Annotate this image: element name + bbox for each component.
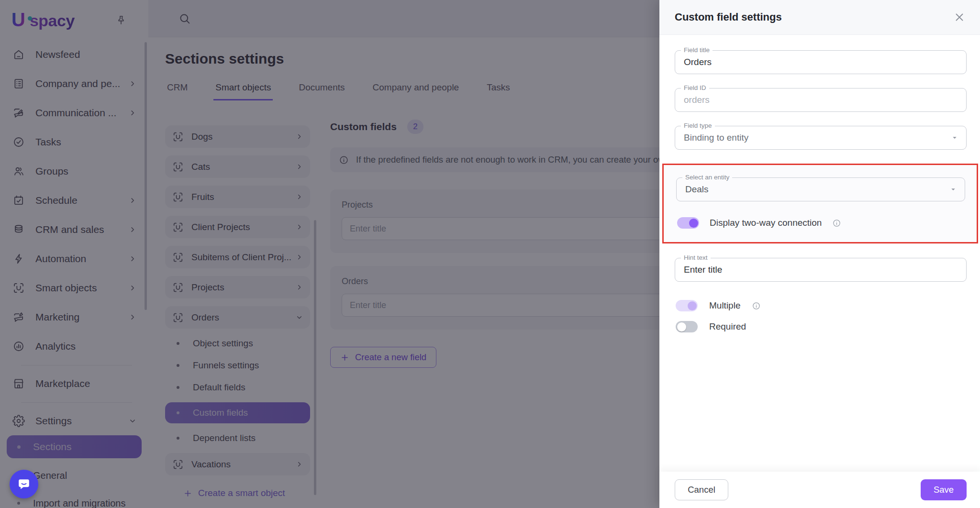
panel-title: Custom field settings — [675, 11, 782, 23]
caret-down-icon — [950, 133, 959, 143]
two-way-connection-label: Display two-way connection — [710, 218, 822, 228]
select-entity-select[interactable]: Select an entity — [676, 177, 965, 201]
required-label: Required — [709, 321, 746, 332]
panel-header: Custom field settings — [659, 0, 980, 35]
cancel-button[interactable]: Cancel — [675, 479, 728, 500]
panel-body: Field title Field ID Field type Select a… — [659, 35, 980, 472]
multiple-label: Multiple — [709, 300, 740, 311]
info-icon — [752, 301, 761, 310]
select-entity-label: Select an entity — [682, 174, 732, 181]
field-type-select[interactable]: Field type — [675, 126, 967, 150]
multiple-toggle[interactable] — [676, 300, 698, 311]
hint-text-group: Hint text — [675, 258, 967, 282]
close-icon[interactable] — [951, 9, 968, 25]
panel-footer: Cancel Save — [659, 472, 980, 508]
field-id-input[interactable] — [675, 88, 966, 111]
field-title-label: Field title — [681, 46, 713, 54]
two-way-connection-toggle[interactable] — [677, 217, 699, 229]
field-id-group: Field ID — [675, 88, 967, 112]
required-toggle[interactable] — [676, 321, 698, 332]
info-icon — [832, 219, 841, 228]
multiple-row: Multiple — [676, 300, 967, 311]
required-row: Required — [676, 321, 967, 332]
hint-text-input[interactable] — [675, 258, 966, 281]
save-button[interactable]: Save — [921, 479, 967, 500]
chat-bubble-icon — [16, 476, 32, 492]
field-title-input[interactable] — [675, 51, 966, 74]
two-way-connection-row: Display two-way connection — [676, 215, 965, 240]
field-type-value — [675, 126, 966, 149]
modal-backdrop[interactable] — [0, 0, 659, 508]
app-root: U spacy Newsfeed Company and pe... Commu… — [0, 0, 980, 508]
select-entity-value — [677, 178, 965, 201]
field-title-group: Field title — [675, 50, 967, 74]
field-id-label: Field ID — [681, 84, 709, 92]
custom-field-settings-panel: Custom field settings Field title Field … — [659, 0, 980, 508]
field-type-label: Field type — [681, 122, 715, 130]
chat-widget-button[interactable] — [10, 470, 38, 498]
panel-options: Multiple Required — [675, 300, 967, 332]
hint-text-label: Hint text — [681, 254, 711, 262]
caret-down-icon — [948, 185, 958, 194]
annotation-highlight-box: Select an entity Display two-way connect… — [662, 164, 978, 243]
